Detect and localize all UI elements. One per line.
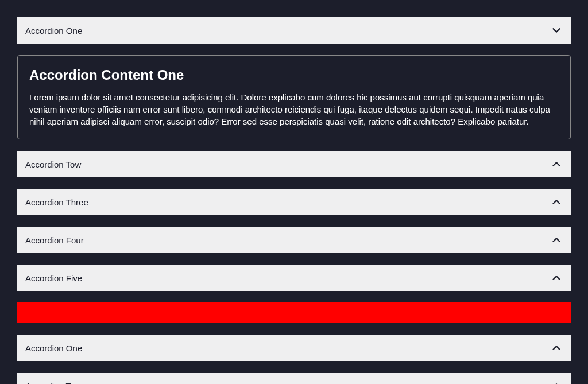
accordion-header-two[interactable]: Accordion Tow bbox=[17, 151, 571, 177]
accordion-label: Accordion Five bbox=[25, 273, 82, 283]
accordion-content-one: Accordion Content One Lorem ipsum dolor … bbox=[17, 55, 571, 139]
accordion-label: Accordion One bbox=[25, 26, 82, 36]
chevron-up-icon bbox=[550, 158, 563, 170]
chevron-up-icon bbox=[550, 234, 563, 246]
chevron-up-icon bbox=[550, 342, 563, 354]
chevron-up-icon bbox=[550, 379, 563, 384]
chevron-up-icon bbox=[550, 196, 563, 208]
accordion-content-title: Accordion Content One bbox=[29, 67, 559, 83]
accordion-label: Accordion Tow bbox=[25, 381, 81, 385]
accordion-label: Accordion Four bbox=[25, 235, 84, 245]
chevron-up-icon bbox=[550, 271, 563, 284]
accordion2-header-two[interactable]: Accordion Tow bbox=[17, 373, 571, 384]
accordion-label: Accordion Tow bbox=[25, 160, 81, 169]
accordion-header-three[interactable]: Accordion Three bbox=[17, 189, 571, 215]
accordion-header-one[interactable]: Accordion One bbox=[17, 17, 571, 44]
accordion-label: Accordion Three bbox=[25, 197, 88, 207]
separator-bar bbox=[17, 302, 571, 323]
chevron-down-icon bbox=[550, 24, 563, 37]
accordion-label: Accordion One bbox=[25, 343, 82, 353]
accordion-content-body: Lorem ipsum dolor sit amet consectetur a… bbox=[29, 91, 559, 127]
accordion-header-four[interactable]: Accordion Four bbox=[17, 227, 571, 253]
accordion2-header-one[interactable]: Accordion One bbox=[17, 335, 571, 361]
accordion-header-five[interactable]: Accordion Five bbox=[17, 265, 571, 291]
